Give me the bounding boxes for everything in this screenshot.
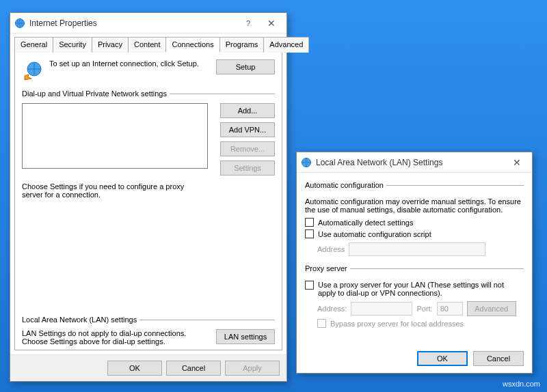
proxy-group: Proxy server Use a proxy server for your…	[305, 264, 524, 331]
dialup-legend: Dial-up and Virtual Private Network sett…	[22, 89, 170, 98]
tab-security[interactable]: Security	[53, 37, 92, 53]
close-icon: ✕	[513, 157, 521, 168]
internet-options-icon	[14, 18, 25, 29]
cancel-button[interactable]: Cancel	[473, 351, 524, 366]
ok-button[interactable]: OK	[107, 361, 162, 376]
connections-listbox[interactable]	[22, 103, 208, 169]
lan-hint-text: LAN Settings do not apply to dial-up con…	[22, 329, 211, 346]
dialog-title: Local Area Network (LAN) Settings	[316, 158, 506, 167]
lan-group: Local Area Network (LAN) settings LAN Se…	[22, 316, 275, 346]
lan-legend: Local Area Network (LAN) settings	[22, 316, 139, 324]
watermark-text: wsxdn.com	[503, 380, 540, 388]
lan-settings-body: Automatic configuration Automatic config…	[297, 173, 532, 344]
proxy-address-label: Address:	[317, 305, 347, 313]
remove-button[interactable]: Remove...	[220, 141, 275, 156]
titlebar[interactable]: Internet Properties ? ✕	[10, 13, 286, 33]
bypass-local-label: Bypass proxy server for local addresses	[330, 320, 464, 328]
close-icon: ✕	[267, 18, 276, 29]
tab-strip: General Security Privacy Content Connect…	[10, 33, 286, 52]
auto-script-checkbox[interactable]	[305, 229, 314, 238]
help-icon: ?	[246, 19, 250, 27]
lan-settings-button[interactable]: LAN settings	[216, 329, 275, 344]
dialog-title: Internet Properties	[29, 18, 237, 28]
help-button[interactable]: ?	[237, 16, 259, 31]
proxy-legend: Proxy server	[305, 264, 350, 272]
script-address-input	[349, 242, 485, 256]
internet-options-icon	[301, 157, 312, 168]
use-proxy-label: Use a proxy server for your LAN (These s…	[318, 281, 524, 297]
globe-arrow-icon	[22, 59, 44, 81]
connections-panel: To set up an Internet connection, click …	[14, 52, 282, 350]
lan-settings-dialog: Local Area Network (LAN) Settings ✕ Auto…	[296, 152, 533, 374]
bypass-local-checkbox	[317, 319, 326, 328]
setup-hint-text: To set up an Internet connection, click …	[49, 59, 211, 68]
add-vpn-button[interactable]: Add VPN...	[220, 122, 275, 137]
auto-detect-checkbox[interactable]	[305, 218, 314, 227]
script-address-label: Address	[317, 245, 345, 253]
tab-advanced[interactable]: Advanced	[263, 37, 309, 53]
close-button[interactable]: ✕	[261, 16, 282, 31]
dialup-group: Dial-up and Virtual Private Network sett…	[22, 89, 275, 199]
auto-detect-label: Automatically detect settings	[318, 219, 413, 227]
proxy-advanced-button[interactable]: Advanced	[467, 301, 516, 316]
proxy-address-input	[351, 302, 412, 316]
auto-config-group: Automatic configuration Automatic config…	[305, 181, 524, 256]
auto-config-legend: Automatic configuration	[305, 181, 386, 189]
tab-privacy[interactable]: Privacy	[92, 37, 129, 53]
setup-button[interactable]: Setup	[216, 59, 275, 74]
tab-connections[interactable]: Connections	[165, 37, 219, 53]
cancel-button[interactable]: Cancel	[166, 361, 221, 376]
auto-config-note: Automatic configuration may override man…	[305, 197, 524, 214]
ok-button[interactable]: OK	[417, 351, 468, 366]
add-button[interactable]: Add...	[220, 103, 275, 118]
tab-general[interactable]: General	[14, 37, 53, 53]
internet-properties-dialog: Internet Properties ? ✕ General Security…	[10, 12, 287, 382]
proxy-port-input	[437, 302, 463, 316]
titlebar[interactable]: Local Area Network (LAN) Settings ✕	[297, 152, 532, 173]
apply-button[interactable]: Apply	[225, 361, 280, 376]
proxy-port-label: Port:	[416, 305, 432, 313]
proxy-hint-text: Choose Settings if you need to configure…	[22, 182, 200, 199]
use-proxy-checkbox[interactable]	[305, 281, 314, 290]
auto-script-label: Use automatic configuration script	[318, 230, 431, 238]
tab-content[interactable]: Content	[128, 37, 167, 53]
dialog-button-bar: OK Cancel Apply	[10, 354, 286, 381]
close-button[interactable]: ✕	[506, 155, 528, 170]
dialog-button-bar: OK Cancel	[297, 344, 532, 373]
tab-programs[interactable]: Programs	[219, 37, 265, 53]
connection-settings-button[interactable]: Settings	[220, 160, 275, 176]
